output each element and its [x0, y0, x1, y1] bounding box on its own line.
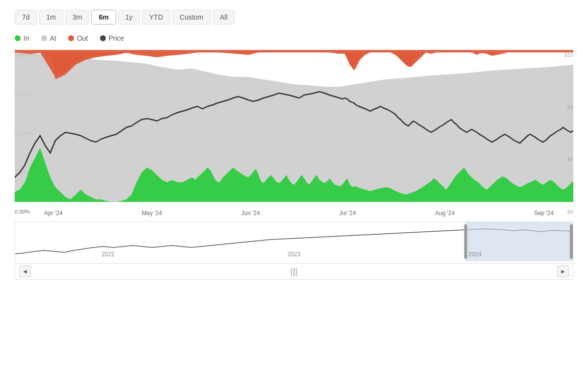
y-right-10: $10 — [554, 52, 573, 58]
time-btn-6m[interactable]: 6m — [91, 10, 116, 24]
x-label-sep: Sep '24 — [534, 210, 554, 217]
legend-at: At — [41, 34, 56, 42]
navigator-handle-left[interactable] — [464, 224, 467, 259]
y-right-8: $8 — [554, 104, 573, 110]
legend-in: In — [15, 34, 29, 42]
time-range-selector: 7d 1m 3m 6m 1y YTD Custom All — [15, 10, 573, 24]
main-chart — [15, 50, 573, 207]
time-btn-1m[interactable]: 1m — [39, 10, 63, 24]
nav-center-handle[interactable]: ||| — [291, 267, 297, 277]
at-area — [15, 52, 573, 202]
legend-at-label: At — [50, 34, 56, 42]
x-label-apr: Apr '24 — [44, 210, 63, 217]
svg-text:2022: 2022 — [101, 251, 115, 258]
navigator-svg: 2022 2023 2024 — [15, 222, 573, 261]
y-right-6: $6 — [554, 156, 573, 162]
nav-next-button[interactable]: ► — [557, 266, 569, 277]
navigator-chart[interactable]: 2022 2023 2024 ◄ ||| ► — [15, 221, 573, 280]
time-btn-custom[interactable]: Custom — [172, 10, 211, 24]
x-label-jun: Jun '24 — [241, 210, 260, 217]
navigator-handle-right[interactable] — [570, 224, 573, 259]
y-axis-right: $10 $8 $6 $4 — [554, 50, 573, 217]
legend-price-label: Price — [109, 34, 124, 42]
x-label-aug: Aug '24 — [435, 210, 455, 217]
time-btn-3m[interactable]: 3m — [65, 10, 89, 24]
chart-legend: In At Out Price — [15, 34, 573, 42]
legend-out-dot — [68, 35, 74, 41]
svg-text:2023: 2023 — [288, 251, 301, 258]
svg-text:2024: 2024 — [468, 251, 482, 258]
time-btn-all[interactable]: All — [213, 10, 235, 24]
chart-svg — [15, 50, 573, 207]
y-right-4: $4 — [554, 209, 573, 215]
x-label-may: May '24 — [142, 210, 162, 217]
legend-price: Price — [100, 34, 124, 42]
x-label-jul: Jul '24 — [339, 210, 356, 217]
time-btn-ytd[interactable]: YTD — [142, 10, 171, 24]
main-chart-wrapper: 100.00% 75.00% 50.00% 25.00% 0.00% — [15, 50, 573, 217]
legend-in-dot — [15, 35, 21, 41]
x-axis-labels: Apr '24 May '24 Jun '24 Jul '24 Aug '24 … — [15, 207, 573, 217]
legend-price-dot — [100, 35, 106, 41]
legend-at-dot — [41, 35, 47, 41]
navigator-controls: ◄ ||| ► — [15, 263, 573, 279]
nav-prev-button[interactable]: ◄ — [19, 266, 31, 277]
time-btn-1y[interactable]: 1y — [118, 10, 140, 24]
legend-out: Out — [68, 34, 88, 42]
legend-out-label: Out — [77, 34, 88, 42]
y-label-0: 0.00% — [15, 209, 44, 215]
legend-in-label: In — [24, 34, 29, 42]
time-btn-7d[interactable]: 7d — [15, 10, 37, 24]
